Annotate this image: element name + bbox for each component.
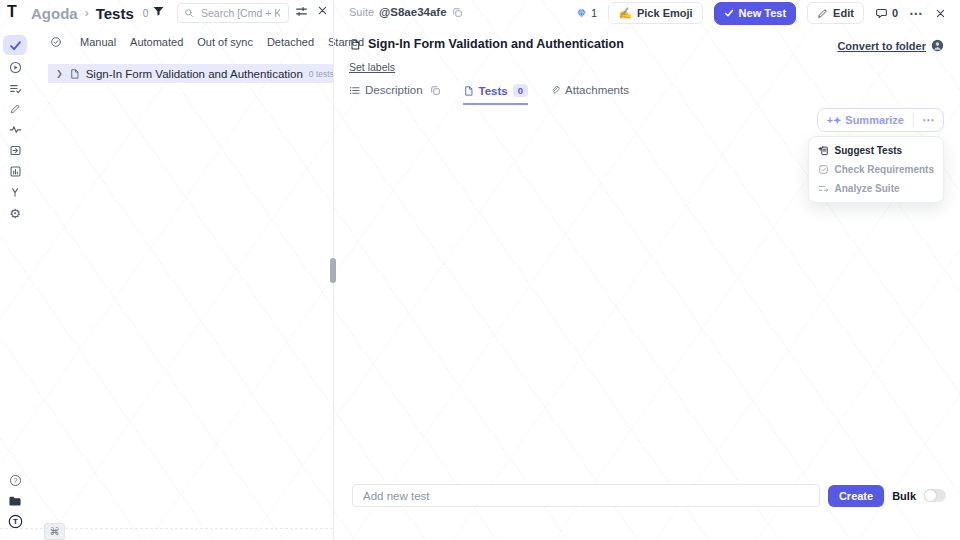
command-palette-button[interactable]: ⌘ <box>44 523 65 540</box>
svg-text:?: ? <box>13 476 17 483</box>
check-requirements-icon <box>818 164 829 175</box>
new-test-button[interactable]: New Test <box>714 2 796 25</box>
close-icon <box>317 5 328 16</box>
close-icon <box>935 8 946 19</box>
close-suite-button[interactable] <box>935 8 946 19</box>
left-panel-bottom-divider <box>0 528 333 529</box>
search-input[interactable] <box>199 6 282 20</box>
chevron-right-icon[interactable]: ❯ <box>56 69 63 78</box>
set-labels-link[interactable]: Set labels <box>349 61 395 73</box>
filter-tab-manual[interactable]: Manual <box>80 36 116 48</box>
advanced-filter-button[interactable] <box>295 5 308 18</box>
ai-dropdown-menu: Suggest Tests Check Requirements Analyze… <box>808 136 944 203</box>
panel-resize-handle[interactable] <box>330 258 336 283</box>
sidebar-item-runs[interactable] <box>3 57 27 77</box>
list-check-icon <box>9 82 22 95</box>
suite-title: Sign-In Form Validation and Authenticati… <box>368 37 624 51</box>
content-tabs: Description Tests 0 Attachments <box>349 84 629 105</box>
add-test-bar: Create Bulk <box>352 484 946 507</box>
copy-description-button[interactable] <box>430 85 441 96</box>
filter-button[interactable] <box>152 5 165 18</box>
sidebar-item-projects[interactable] <box>3 491 27 511</box>
check-icon <box>9 39 22 52</box>
writing-hand-icon: ✍ <box>618 7 632 20</box>
tree-suite-test-count: 0 tests <box>309 69 334 79</box>
sidebar-item-plans[interactable] <box>3 78 27 98</box>
filter-tab-detached[interactable]: Detached <box>267 36 314 48</box>
more-options-button[interactable]: ⋯ <box>909 5 924 21</box>
pencil-icon <box>817 8 828 19</box>
filter-tags-icon[interactable] <box>50 36 62 48</box>
filter-tab-automated[interactable]: Automated <box>130 36 183 48</box>
paperclip-icon <box>550 84 560 96</box>
breadcrumb-page[interactable]: Tests <box>96 5 134 22</box>
sliders-icon <box>295 5 308 18</box>
menu-item-check-requirements[interactable]: Check Requirements <box>818 164 934 175</box>
sidebar-item-shared-steps[interactable] <box>3 182 27 202</box>
summarize-label: Summarize <box>845 114 904 126</box>
comments-button[interactable]: 0 <box>875 7 898 20</box>
analyze-suite-icon <box>818 183 829 194</box>
suite-title-row: Sign-In Form Validation and Authenticati… <box>349 37 624 51</box>
sidebar-item-tests[interactable] <box>3 35 27 55</box>
convert-row: Convert to folder <box>837 39 944 52</box>
breadcrumb-project[interactable]: Agoda <box>31 5 78 22</box>
pick-emoji-button[interactable]: ✍ Pick Emoji <box>608 2 702 24</box>
tests-count: 0 <box>143 8 149 19</box>
sidebar-item-analytics[interactable] <box>3 161 27 181</box>
import-box-icon <box>9 144 22 157</box>
bulk-label: Bulk <box>892 490 916 502</box>
app-window: T ⚙ ? T ⌘ Agoda › Tests 0 <box>0 0 960 540</box>
toggle-knob <box>925 490 936 501</box>
edit-button[interactable]: Edit <box>807 2 864 24</box>
suggest-tests-icon <box>818 145 829 156</box>
description-list-icon <box>349 85 360 96</box>
tree-row-suite[interactable]: ❯ Sign-In Form Validation and Authentica… <box>48 64 334 83</box>
sidebar-item-drafts[interactable] <box>3 99 27 119</box>
suite-meta: Suite @S8ae34afe <box>349 6 463 18</box>
filter-tabs: Manual Automated Out of sync Detached St… <box>50 36 364 48</box>
play-circle-icon <box>9 61 22 74</box>
convert-to-folder-link[interactable]: Convert to folder <box>837 40 926 52</box>
tab-attachments[interactable]: Attachments <box>550 84 629 102</box>
gem-icon <box>576 8 587 19</box>
create-button[interactable]: Create <box>828 485 884 507</box>
suite-id: @S8ae34afe <box>379 6 446 18</box>
sidebar-item-settings[interactable]: ⚙ <box>3 203 27 223</box>
search-icon <box>184 8 194 18</box>
menu-item-analyze-suite[interactable]: Analyze Suite <box>818 183 934 194</box>
suite-label: Suite <box>349 6 374 18</box>
summarize-button[interactable]: +✦ Summarize ⋯ <box>817 108 944 132</box>
tab-tests[interactable]: Tests 0 <box>463 84 529 105</box>
filter-tab-out-of-sync[interactable]: Out of sync <box>197 36 253 48</box>
tab-description[interactable]: Description <box>349 84 441 102</box>
summarize-more-button[interactable]: ⋯ <box>913 113 943 127</box>
close-panel-button[interactable] <box>317 5 328 16</box>
check-icon <box>724 8 734 18</box>
sidebar-item-help[interactable]: ? <box>3 470 27 490</box>
user-avatar[interactable] <box>931 39 944 52</box>
folder-icon <box>8 495 22 507</box>
suite-doc-icon <box>349 38 361 51</box>
search-box[interactable] <box>177 3 289 23</box>
add-test-input[interactable] <box>352 484 820 507</box>
funnel-icon <box>152 5 165 18</box>
copy-suite-id-button[interactable] <box>452 7 463 18</box>
gear-icon: ⚙ <box>9 207 21 220</box>
chart-board-icon <box>9 165 22 178</box>
pulse-icon <box>9 123 22 136</box>
pen-icon <box>9 103 21 115</box>
bulk-toggle[interactable] <box>924 489 946 502</box>
ai-credits-count: 1 <box>591 7 597 19</box>
tree-suite-title: Sign-In Form Validation and Authenticati… <box>86 68 303 80</box>
ai-credits[interactable]: 1 <box>576 7 597 19</box>
sidebar-item-flaky[interactable] <box>3 119 27 139</box>
help-icon: ? <box>9 474 22 487</box>
profile-logo-icon: T <box>8 514 23 529</box>
sidebar-item-import[interactable] <box>3 140 27 160</box>
breadcrumb-separator: › <box>85 6 89 20</box>
branch-icon <box>9 186 21 198</box>
breadcrumb: Agoda › Tests 0 <box>31 3 148 23</box>
app-logo[interactable]: T <box>7 3 17 21</box>
menu-item-suggest-tests[interactable]: Suggest Tests <box>818 145 934 156</box>
